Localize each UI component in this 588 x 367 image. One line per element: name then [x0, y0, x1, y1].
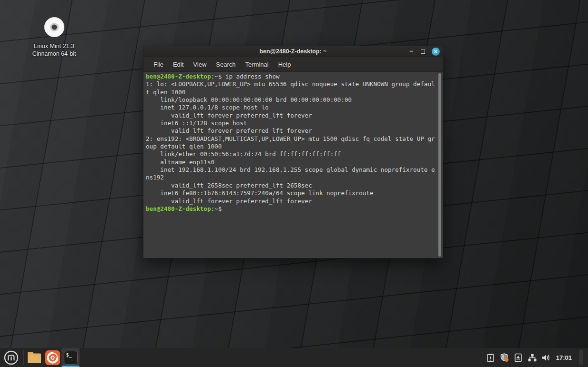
terminal-line: valid_lft forever preferred_lft forever [146, 112, 437, 119]
menu-file[interactable]: File [149, 59, 168, 70]
window-title: ben@2480-Z-desktop: ~ [143, 46, 443, 57]
terminal-line: valid_lft 2658sec preferred_lft 2658sec [146, 182, 437, 189]
desktop-icon-label: Linux Mint 21.3 Cinnamon 64-bit [24, 43, 84, 58]
terminal-line: inet 192.168.1.100/24 brd 192.168.1.255 … [146, 166, 437, 174]
terminal-line: inet6 fe80::1b76:6143:7597:240a/64 scope… [146, 189, 437, 197]
terminal-line: valid_lft forever preferred_lft forever [146, 198, 437, 205]
terminal-line: ben@2480-Z-desktop:~$ ip address show [146, 73, 437, 80]
maximize-button[interactable] [421, 50, 425, 54]
volume-speaker-icon[interactable] [541, 352, 551, 363]
show-desktop-strip[interactable] [579, 350, 583, 365]
window-list-terminal[interactable]: $_ [61, 348, 80, 367]
removable-media-eject-icon[interactable] [514, 352, 523, 363]
window-titlebar[interactable]: ben@2480-Z-desktop: ~ – ✕ [143, 46, 443, 57]
desktop-wallpaper: Linux Mint 21.3 Cinnamon 64-bit ben@2480… [0, 0, 588, 367]
terminal-line: ns192 [146, 174, 437, 181]
system-reports-icon[interactable] [486, 352, 496, 363]
launcher-firefox[interactable] [43, 348, 61, 367]
terminal-line: valid_lft forever preferred_lft forever [146, 127, 437, 135]
menu-help[interactable]: Help [274, 59, 296, 70]
terminal-line: t qlen 1000 [146, 89, 437, 96]
menu-view[interactable]: View [188, 59, 211, 70]
system-tray: 17:01 [486, 350, 588, 365]
terminal-line: 1: lo: <LOOPBACK,UP,LOWER_UP> mtu 65536 … [146, 80, 437, 88]
terminal-line: 2: ens192: <BROADCAST,MULTICAST,UP,LOWER… [146, 135, 437, 143]
terminal-line: inet6 ::1/128 scope host [146, 119, 437, 127]
menu-terminal[interactable]: Terminal [241, 59, 274, 70]
mint-menu-button[interactable] [0, 348, 22, 367]
terminal-line: ben@2480-Z-desktop:~$ [146, 205, 437, 213]
mint-logo-icon [3, 350, 19, 366]
terminal-icon: $_ [64, 351, 78, 365]
terminal-line: link/ether 00:50:56:a1:7d:74 brd ff:ff:f… [146, 150, 437, 158]
terminal-line: oup default qlen 1000 [146, 143, 437, 150]
taskbar-panel: $_ [0, 348, 588, 367]
menu-search[interactable]: Search [211, 59, 240, 70]
panel-separator [23, 350, 24, 365]
close-button[interactable]: ✕ [432, 48, 440, 56]
terminal-menubar: FileEditViewSearchTerminalHelp [143, 57, 443, 72]
terminal-scrollbar[interactable] [438, 73, 441, 257]
terminal-line: link/loopback 00:00:00:00:00:00 brd 00:0… [146, 96, 437, 104]
update-manager-shield-icon[interactable] [500, 352, 509, 363]
terminal-line: inet 127.0.0.1/8 scope host lo [146, 104, 437, 111]
terminal-line: altname enp11s0 [146, 159, 437, 166]
launcher-files[interactable] [25, 348, 43, 367]
wired-network-icon[interactable] [527, 352, 537, 363]
cd-image-icon [43, 16, 65, 38]
desktop-icon-linux-mint-iso[interactable]: Linux Mint 21.3 Cinnamon 64-bit [24, 16, 84, 58]
menu-edit[interactable]: Edit [168, 59, 188, 70]
terminal-output: ben@2480-Z-desktop:~$ ip address show1: … [146, 73, 437, 213]
terminal-body[interactable]: ben@2480-Z-desktop:~$ ip address show1: … [143, 72, 443, 258]
window-controls: – ✕ [409, 46, 440, 57]
terminal-window: ben@2480-Z-desktop: ~ – ✕ FileEditViewSe… [143, 46, 443, 258]
folder-icon [27, 351, 42, 364]
firefox-icon [45, 350, 61, 366]
minimize-button[interactable]: – [409, 49, 414, 54]
panel-clock[interactable]: 17:01 [555, 354, 575, 361]
